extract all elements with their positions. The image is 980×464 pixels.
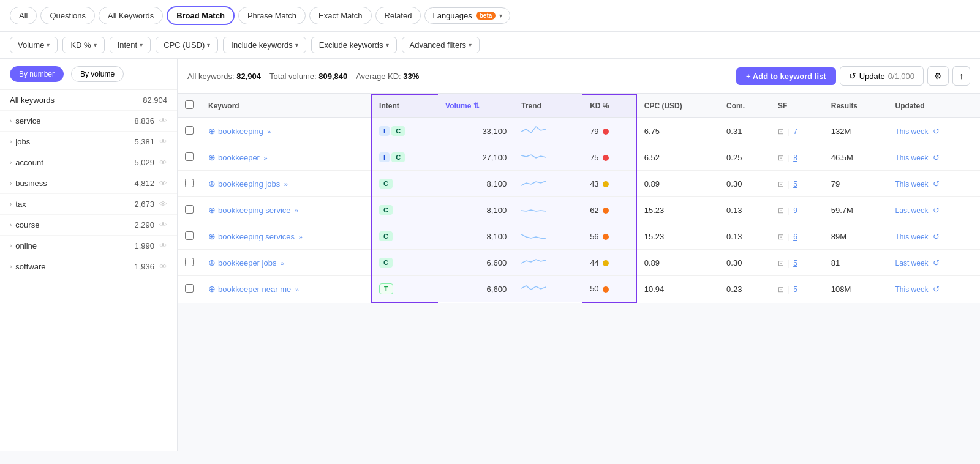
list-item[interactable]: ›account 5,029👁	[0, 152, 177, 173]
add-keyword-icon[interactable]: ⊕	[208, 126, 216, 136]
volume-cell: 8,100	[438, 197, 514, 223]
sf-cell: ⊡| 5	[771, 250, 824, 276]
volume-cell: 27,100	[438, 144, 514, 171]
select-all-checkbox[interactable]	[185, 100, 194, 109]
refresh-icon[interactable]: ↺	[933, 258, 940, 268]
intent-filter[interactable]: Intent ▾	[110, 37, 151, 53]
list-item[interactable]: ›service 8,836👁	[0, 111, 177, 132]
tab-all[interactable]: All	[10, 7, 37, 24]
add-keyword-icon[interactable]: ⊕	[208, 152, 216, 162]
eye-icon[interactable]: 👁	[159, 179, 167, 188]
row-checkbox[interactable]	[185, 126, 194, 135]
keyword-link[interactable]: bookkeeper near me	[218, 285, 291, 294]
keyword-link[interactable]: bookkeeping	[218, 127, 263, 136]
list-item[interactable]: ›business 4,812👁	[0, 173, 177, 194]
refresh-icon[interactable]: ↺	[933, 153, 940, 162]
export-button[interactable]: ↑	[952, 66, 970, 86]
cpc-cell: 6.52	[636, 144, 719, 171]
eye-icon[interactable]: 👁	[159, 241, 167, 250]
keyword-link[interactable]: bookkeeping services	[218, 232, 295, 241]
keyword-link[interactable]: bookkeeper jobs	[218, 258, 276, 268]
row-checkbox[interactable]	[185, 205, 194, 214]
add-keyword-icon[interactable]: ⊕	[208, 205, 216, 215]
eye-icon[interactable]: 👁	[159, 158, 167, 167]
tab-exact-match[interactable]: Exact Match	[309, 7, 372, 24]
add-keyword-icon[interactable]: ⊕	[208, 179, 216, 189]
refresh-icon[interactable]: ↺	[933, 232, 940, 241]
settings-icon-button[interactable]: ⚙	[927, 66, 949, 86]
trend-cell	[514, 118, 582, 144]
tab-related[interactable]: Related	[375, 7, 421, 24]
eye-icon[interactable]: 👁	[159, 116, 167, 125]
results-header: Results	[824, 94, 888, 118]
keyword-link[interactable]: bookkeeping service	[218, 206, 291, 215]
row-checkbox[interactable]	[185, 284, 194, 293]
updated-cell: This week ↺	[888, 171, 980, 197]
trend-chart	[521, 282, 551, 296]
keyword-link[interactable]: bookkeeper	[218, 153, 260, 162]
com-cell: 0.23	[719, 276, 771, 302]
row-checkbox[interactable]	[185, 258, 194, 266]
tab-all-keywords[interactable]: All Keywords	[99, 7, 163, 24]
sf-count-link[interactable]: 5	[793, 259, 797, 268]
sf-count-link[interactable]: 8	[793, 154, 797, 162]
eye-icon[interactable]: 👁	[159, 220, 167, 230]
trend-cell	[514, 171, 582, 197]
volume-cell: 6,600	[438, 276, 514, 302]
sf-count-link[interactable]: 6	[793, 233, 797, 241]
row-checkbox[interactable]	[185, 231, 194, 240]
intent-filter-label: Intent	[118, 40, 138, 50]
tab-questions[interactable]: Questions	[40, 7, 95, 24]
list-item[interactable]: ›course 2,290👁	[0, 215, 177, 236]
add-keyword-icon[interactable]: ⊕	[208, 284, 216, 294]
list-item[interactable]: ›jobs 5,381👁	[0, 132, 177, 152]
intent-cell: IC	[371, 144, 438, 171]
expand-icon: ›	[10, 263, 12, 270]
expand-arrows-icon: »	[281, 260, 284, 267]
list-item[interactable]: ›tax 2,673👁	[0, 194, 177, 215]
trend-chart	[521, 256, 551, 269]
languages-button[interactable]: Languages beta ▾	[424, 7, 510, 24]
sf-count-link[interactable]: 7	[793, 127, 797, 136]
add-to-keyword-list-button[interactable]: + Add to keyword list	[736, 67, 836, 85]
tab-phrase-match[interactable]: Phrase Match	[238, 7, 306, 24]
keyword-count: 4,812	[134, 179, 154, 188]
cpc-filter[interactable]: CPC (USD) ▾	[156, 37, 218, 53]
trend-cell	[514, 276, 582, 302]
exclude-keywords-filter[interactable]: Exclude keywords ▾	[311, 37, 397, 53]
sidebar-all-keywords-left: All keywords	[10, 95, 55, 105]
add-keyword-icon[interactable]: ⊕	[208, 258, 216, 268]
kd-cell: 75	[582, 144, 636, 171]
advanced-filters-button[interactable]: Advanced filters ▾	[402, 37, 480, 53]
keyword-link[interactable]: bookkeeping jobs	[218, 179, 280, 189]
sf-count-link[interactable]: 9	[793, 206, 797, 215]
list-item[interactable]: ›software 1,936👁	[0, 256, 177, 277]
add-keyword-icon[interactable]: ⊕	[208, 231, 216, 241]
refresh-icon[interactable]: ↺	[933, 127, 940, 136]
volume-filter[interactable]: Volume ▾	[10, 37, 58, 53]
intent-cell: IC	[371, 118, 438, 144]
kd-difficulty-dot	[603, 286, 609, 293]
refresh-icon[interactable]: ↺	[933, 206, 940, 215]
tab-broad-match[interactable]: Broad Match	[167, 6, 235, 25]
sf-count-link[interactable]: 5	[793, 285, 797, 294]
refresh-icon[interactable]: ↺	[933, 285, 940, 294]
include-keywords-filter[interactable]: Include keywords ▾	[223, 37, 306, 53]
cpc-cell: 0.89	[636, 171, 719, 197]
eye-icon[interactable]: 👁	[159, 200, 167, 209]
sort-by-volume-button[interactable]: By volume	[71, 66, 124, 82]
eye-icon[interactable]: 👁	[159, 137, 167, 146]
sort-by-number-button[interactable]: By number	[10, 66, 64, 82]
row-checkbox[interactable]	[185, 179, 194, 187]
sf-count-link[interactable]: 5	[793, 180, 797, 189]
volume-cell: 33,100	[438, 118, 514, 144]
trend-chart	[521, 230, 551, 243]
row-checkbox[interactable]	[185, 152, 194, 161]
content-area: All keywords: 82,904 Total volume: 809,8…	[178, 59, 980, 451]
update-button[interactable]: ↺ Update 0/1,000	[840, 66, 924, 86]
results-cell: 79	[824, 171, 888, 197]
kd-filter[interactable]: KD % ▾	[62, 37, 104, 53]
eye-icon[interactable]: 👁	[159, 262, 167, 271]
refresh-icon[interactable]: ↺	[933, 179, 940, 189]
list-item[interactable]: ›online 1,990👁	[0, 236, 177, 256]
